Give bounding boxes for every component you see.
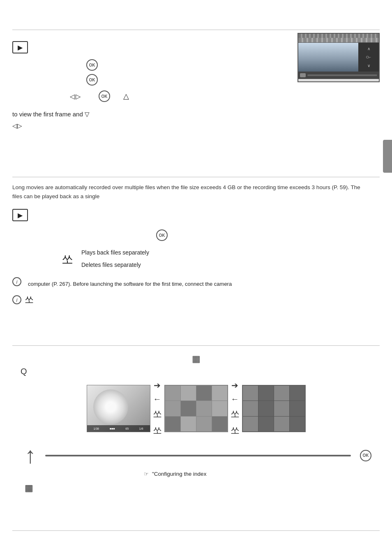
ok-button-1[interactable]: OK: [86, 59, 98, 71]
section3-search-row: Q: [21, 367, 380, 376]
ref-row: ☞ "Configuring the index: [144, 471, 380, 477]
search-icon: Q: [21, 367, 27, 376]
note-text: Long movies are automatically recorded o…: [12, 183, 367, 201]
section2-ok-row: OK: [156, 229, 367, 241]
section2: Long movies are automatically recorded o…: [12, 183, 367, 306]
top-divider: [12, 30, 380, 30]
info-icon-1: i: [12, 277, 21, 286]
bottom-grid-row: ▦: [25, 483, 380, 493]
people-icon-2: 쏘: [25, 294, 34, 306]
progress-bar: [45, 455, 351, 456]
divider-2: [12, 345, 380, 346]
thumb1-label-2: ■■■: [110, 427, 115, 430]
plays-back-label: Plays back files separately: [81, 249, 149, 256]
section2-labels: Plays back files separately Deletes file…: [81, 249, 149, 268]
play-icon-2: ▶: [18, 211, 23, 219]
thumbnail-2[interactable]: [164, 385, 228, 432]
zoom-in-icon-2: 쏘: [231, 424, 240, 437]
flower-shape: [93, 389, 128, 424]
divider-1: [12, 177, 380, 177]
grid-icon-bottom: ▦: [25, 483, 33, 493]
ok-button-2[interactable]: OK: [86, 74, 98, 86]
thumbnail-3[interactable]: [242, 385, 306, 432]
play-button-icon: ▶: [12, 41, 28, 53]
thumbnail-row: 1/38 ■■■ 65 1/6 ➔ ← 쏘 쏘: [12, 380, 380, 437]
first-frame-text2: ◁▷: [12, 121, 380, 131]
zoom-out-icon-1: 쏘: [153, 408, 162, 420]
thumbnail-1[interactable]: 1/38 ■■■ 65 1/6: [87, 385, 150, 432]
arrow-lr-icon: ◁▷: [70, 93, 81, 100]
section3: ▦ Q 1/38 ■■■ 65 1/6 ➔ ← 쏘: [12, 354, 380, 493]
section2-play-icon: ▶: [12, 209, 28, 221]
info-note-2-row: i 쏘: [12, 294, 367, 306]
grid-icon-top: ▦: [192, 354, 201, 364]
arrow-col-1: ➔ ← 쏘 쏘: [153, 380, 162, 437]
deletes-label: Deletes files separately: [81, 262, 149, 268]
left-arrow-2: ←: [231, 394, 239, 404]
section2-people-row: 쏘 Plays back files separately Deletes fi…: [62, 249, 367, 268]
zoom-out-icon-2: 쏘: [231, 408, 240, 420]
arrow-up-icon: △: [123, 92, 129, 101]
arrow-col-2: ➔ ← 쏘 쏘: [231, 380, 240, 437]
people-icon: 쏘: [62, 252, 73, 267]
first-frame-section: to view the first frame and ▽ ◁▷: [12, 109, 380, 131]
right-arrow-1: ➔: [154, 380, 161, 390]
zoom-in-icon-1: 쏘: [153, 424, 162, 437]
row3-ok: OK: [86, 74, 380, 86]
ref-icon: ☞: [144, 471, 149, 477]
play-icon: ▶: [18, 44, 23, 51]
ref-text: "Configuring the index: [152, 471, 206, 477]
row2-ok: OK: [86, 59, 380, 71]
info-text-1: computer (P. 267). Before launching the …: [28, 281, 232, 287]
thumb1-label-4: 1/6: [139, 427, 143, 430]
page: ∧ O⌐ ∨ ▶ OK OK: [0, 0, 392, 558]
section2-play-row: ▶: [12, 209, 367, 221]
ok-button-5[interactable]: OK: [360, 450, 371, 461]
info-note-1-text: computer (P. 267). Before launching the …: [28, 280, 367, 287]
first-frame-text: to view the first frame and ▽: [12, 109, 380, 119]
ok-button-3[interactable]: OK: [99, 90, 110, 102]
thumb1-info: 1/38 ■■■ 65 1/6: [87, 425, 150, 432]
thumb1-label-1: 1/38: [93, 427, 99, 430]
info-icon-2: i: [12, 295, 21, 304]
big-arrow-up: ↑: [25, 444, 36, 467]
big-arrow-ok-row: ↑ OK: [12, 444, 380, 467]
section3-grid-icon-row: ▦: [12, 354, 380, 364]
bottom-divider: [12, 530, 380, 531]
left-arrow-1: ←: [153, 394, 161, 404]
section1: ▶ OK OK ◁▷ OK △ to view the first frame …: [12, 37, 380, 131]
ok-button-4[interactable]: OK: [156, 229, 168, 241]
thumb1-label-3: 65: [125, 427, 129, 430]
side-tab: [383, 140, 392, 173]
row4-arrows: ◁▷ OK △: [70, 90, 380, 102]
right-arrow-2: ➔: [231, 380, 238, 390]
row1: ▶: [12, 41, 380, 53]
